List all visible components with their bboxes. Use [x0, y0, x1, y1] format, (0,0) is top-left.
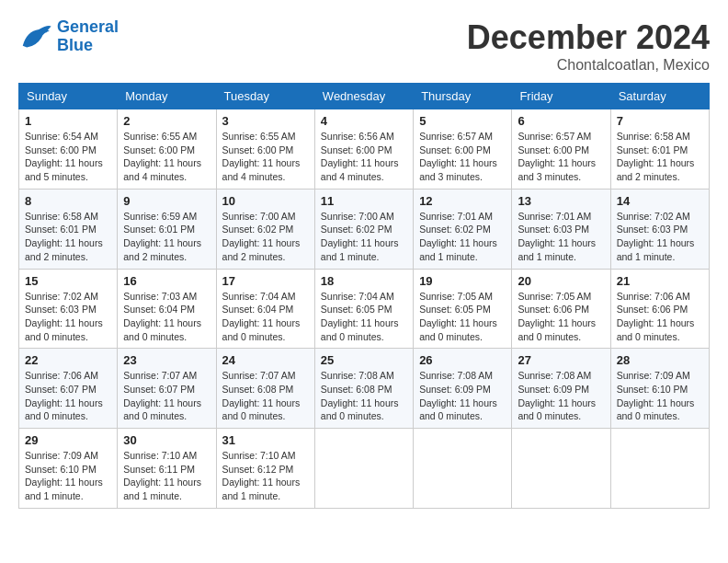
logo: General Blue — [18, 18, 119, 55]
day-number: 11 — [321, 194, 407, 208]
calendar-day-cell: 11Sunrise: 7:00 AM Sunset: 6:02 PM Dayli… — [314, 189, 413, 269]
calendar-day-cell: 23Sunrise: 7:07 AM Sunset: 6:07 PM Dayli… — [118, 349, 216, 429]
calendar-day-cell: 27Sunrise: 7:08 AM Sunset: 6:09 PM Dayli… — [512, 349, 610, 429]
day-info: Sunrise: 7:04 AM Sunset: 6:05 PM Dayligh… — [321, 290, 407, 344]
day-number: 12 — [419, 194, 506, 208]
day-info: Sunrise: 6:55 AM Sunset: 6:00 PM Dayligh… — [222, 130, 309, 184]
day-number: 2 — [123, 114, 210, 128]
calendar-day-cell: 25Sunrise: 7:08 AM Sunset: 6:08 PM Dayli… — [314, 349, 413, 429]
calendar-day-cell: 7Sunrise: 6:58 AM Sunset: 6:01 PM Daylig… — [610, 109, 709, 190]
day-info: Sunrise: 7:07 AM Sunset: 6:07 PM Dayligh… — [123, 369, 210, 423]
day-number: 9 — [123, 194, 210, 208]
day-number: 25 — [321, 353, 407, 367]
calendar-day-cell: 30Sunrise: 7:10 AM Sunset: 6:11 PM Dayli… — [118, 429, 216, 509]
location: Chontalcoatlan, Mexico — [467, 57, 710, 74]
day-number: 22 — [25, 353, 111, 367]
day-number: 28 — [617, 353, 703, 367]
calendar-day-cell: 16Sunrise: 7:03 AM Sunset: 6:04 PM Dayli… — [118, 269, 216, 349]
calendar-day-cell: 6Sunrise: 6:57 AM Sunset: 6:00 PM Daylig… — [512, 109, 610, 190]
calendar-day-cell — [512, 429, 610, 509]
day-info: Sunrise: 6:57 AM Sunset: 6:00 PM Dayligh… — [518, 130, 604, 184]
day-info: Sunrise: 7:00 AM Sunset: 6:02 PM Dayligh… — [222, 210, 309, 264]
calendar-week-row: 15Sunrise: 7:02 AM Sunset: 6:03 PM Dayli… — [19, 269, 710, 349]
calendar-table: SundayMondayTuesdayWednesdayThursdayFrid… — [18, 83, 710, 509]
day-info: Sunrise: 6:58 AM Sunset: 6:01 PM Dayligh… — [617, 130, 703, 184]
day-info: Sunrise: 6:56 AM Sunset: 6:00 PM Dayligh… — [321, 130, 407, 184]
calendar-day-cell: 19Sunrise: 7:05 AM Sunset: 6:05 PM Dayli… — [414, 269, 512, 349]
calendar-week-row: 22Sunrise: 7:06 AM Sunset: 6:07 PM Dayli… — [19, 349, 710, 429]
day-number: 17 — [222, 274, 309, 288]
calendar-day-cell: 17Sunrise: 7:04 AM Sunset: 6:04 PM Dayli… — [216, 269, 314, 349]
day-info: Sunrise: 7:09 AM Sunset: 6:10 PM Dayligh… — [25, 449, 111, 503]
day-number: 19 — [419, 274, 506, 288]
day-info: Sunrise: 6:59 AM Sunset: 6:01 PM Dayligh… — [123, 210, 210, 264]
day-of-week-header: Wednesday — [314, 84, 413, 109]
calendar-day-cell: 2Sunrise: 6:55 AM Sunset: 6:00 PM Daylig… — [118, 109, 216, 190]
calendar-day-cell: 31Sunrise: 7:10 AM Sunset: 6:12 PM Dayli… — [216, 429, 314, 509]
calendar-day-cell: 5Sunrise: 6:57 AM Sunset: 6:00 PM Daylig… — [414, 109, 512, 190]
day-number: 5 — [419, 114, 506, 128]
day-number: 26 — [419, 353, 506, 367]
day-number: 21 — [617, 274, 703, 288]
calendar-day-cell: 24Sunrise: 7:07 AM Sunset: 6:08 PM Dayli… — [216, 349, 314, 429]
day-info: Sunrise: 7:06 AM Sunset: 6:06 PM Dayligh… — [617, 290, 703, 344]
calendar-day-cell: 8Sunrise: 6:58 AM Sunset: 6:01 PM Daylig… — [19, 189, 118, 269]
day-number: 10 — [222, 194, 309, 208]
day-info: Sunrise: 7:03 AM Sunset: 6:04 PM Dayligh… — [123, 290, 210, 344]
day-of-week-header: Sunday — [19, 84, 118, 109]
calendar-week-row: 1Sunrise: 6:54 AM Sunset: 6:00 PM Daylig… — [19, 109, 710, 190]
calendar-day-cell: 29Sunrise: 7:09 AM Sunset: 6:10 PM Dayli… — [19, 429, 118, 509]
day-number: 8 — [25, 194, 111, 208]
day-number: 20 — [518, 274, 604, 288]
calendar-header-row: SundayMondayTuesdayWednesdayThursdayFrid… — [19, 84, 710, 109]
day-info: Sunrise: 7:02 AM Sunset: 6:03 PM Dayligh… — [25, 290, 111, 344]
day-number: 27 — [518, 353, 604, 367]
day-number: 16 — [123, 274, 210, 288]
calendar-day-cell — [610, 429, 709, 509]
day-number: 15 — [25, 274, 111, 288]
calendar-day-cell: 4Sunrise: 6:56 AM Sunset: 6:00 PM Daylig… — [314, 109, 413, 190]
day-number: 18 — [321, 274, 407, 288]
page-header: General Blue December 2024 Chontalcoatla… — [18, 18, 710, 74]
calendar-day-cell: 28Sunrise: 7:09 AM Sunset: 6:10 PM Dayli… — [610, 349, 709, 429]
calendar-week-row: 29Sunrise: 7:09 AM Sunset: 6:10 PM Dayli… — [19, 429, 710, 509]
logo-icon — [18, 23, 51, 51]
day-number: 31 — [222, 433, 309, 447]
day-info: Sunrise: 6:55 AM Sunset: 6:00 PM Dayligh… — [123, 130, 210, 184]
day-of-week-header: Tuesday — [216, 84, 314, 109]
day-info: Sunrise: 7:05 AM Sunset: 6:06 PM Dayligh… — [518, 290, 604, 344]
day-info: Sunrise: 7:10 AM Sunset: 6:12 PM Dayligh… — [222, 449, 309, 503]
day-of-week-header: Monday — [118, 84, 216, 109]
day-number: 6 — [518, 114, 604, 128]
calendar-day-cell: 22Sunrise: 7:06 AM Sunset: 6:07 PM Dayli… — [19, 349, 118, 429]
day-number: 13 — [518, 194, 604, 208]
day-info: Sunrise: 7:01 AM Sunset: 6:03 PM Dayligh… — [518, 210, 604, 264]
day-info: Sunrise: 7:08 AM Sunset: 6:08 PM Dayligh… — [321, 369, 407, 423]
day-of-week-header: Thursday — [414, 84, 512, 109]
day-info: Sunrise: 7:07 AM Sunset: 6:08 PM Dayligh… — [222, 369, 309, 423]
calendar-day-cell: 18Sunrise: 7:04 AM Sunset: 6:05 PM Dayli… — [314, 269, 413, 349]
day-number: 29 — [25, 433, 111, 447]
calendar-day-cell: 12Sunrise: 7:01 AM Sunset: 6:02 PM Dayli… — [414, 189, 512, 269]
day-info: Sunrise: 6:58 AM Sunset: 6:01 PM Dayligh… — [25, 210, 111, 264]
title-block: December 2024 Chontalcoatlan, Mexico — [467, 18, 710, 74]
day-number: 14 — [617, 194, 703, 208]
day-info: Sunrise: 7:09 AM Sunset: 6:10 PM Dayligh… — [617, 369, 703, 423]
day-of-week-header: Friday — [512, 84, 610, 109]
day-info: Sunrise: 7:08 AM Sunset: 6:09 PM Dayligh… — [419, 369, 506, 423]
calendar-day-cell: 15Sunrise: 7:02 AM Sunset: 6:03 PM Dayli… — [19, 269, 118, 349]
day-number: 24 — [222, 353, 309, 367]
calendar-day-cell: 9Sunrise: 6:59 AM Sunset: 6:01 PM Daylig… — [118, 189, 216, 269]
calendar-day-cell: 10Sunrise: 7:00 AM Sunset: 6:02 PM Dayli… — [216, 189, 314, 269]
month-title: December 2024 — [467, 18, 710, 57]
day-of-week-header: Saturday — [610, 84, 709, 109]
day-number: 30 — [123, 433, 210, 447]
day-number: 1 — [25, 114, 111, 128]
day-number: 4 — [321, 114, 407, 128]
calendar-day-cell: 13Sunrise: 7:01 AM Sunset: 6:03 PM Dayli… — [512, 189, 610, 269]
day-number: 3 — [222, 114, 309, 128]
day-number: 7 — [617, 114, 703, 128]
calendar-day-cell: 26Sunrise: 7:08 AM Sunset: 6:09 PM Dayli… — [414, 349, 512, 429]
calendar-day-cell: 21Sunrise: 7:06 AM Sunset: 6:06 PM Dayli… — [610, 269, 709, 349]
day-info: Sunrise: 7:05 AM Sunset: 6:05 PM Dayligh… — [419, 290, 506, 344]
